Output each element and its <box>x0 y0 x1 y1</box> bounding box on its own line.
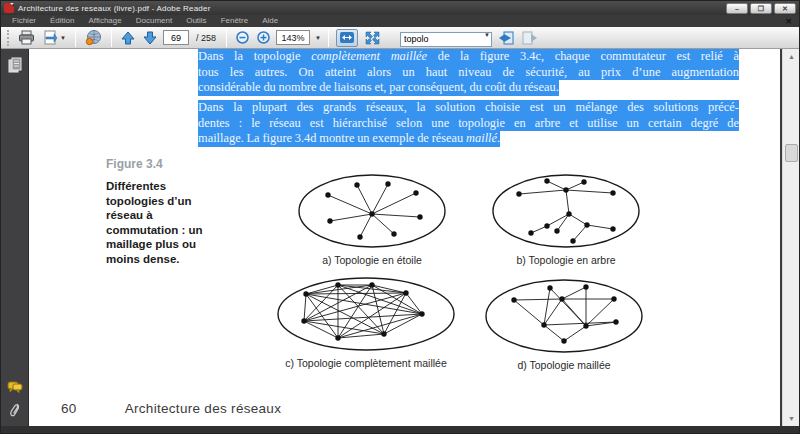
fit-width-icon <box>339 31 355 44</box>
restore-button[interactable]: ❐ <box>750 3 772 14</box>
find-previous-icon <box>498 31 514 45</box>
scrollbar-thumb[interactable] <box>785 144 798 162</box>
zoom-dropdown-caret-icon[interactable]: ▼ <box>315 35 321 41</box>
text-line: Dans la plupart des grands réseaux, la s… <box>198 100 739 116</box>
figure-caption: Figure 3.4 Différentes topologies d’un r… <box>106 157 206 266</box>
caption-line: commutation : un <box>106 223 206 238</box>
diagram-full-mesh-topology: c) Topologie complètement maillée <box>276 276 456 369</box>
find-next-button[interactable] <box>520 28 540 48</box>
printer-icon <box>18 30 35 45</box>
next-page-button[interactable] <box>141 28 159 48</box>
text-run: maillage. La figure 3.4d montre un exemp… <box>198 131 466 145</box>
menu-outils[interactable]: Outils <box>179 15 213 27</box>
text-run: . <box>497 131 500 145</box>
diagram-label: c) Topologie complètement maillée <box>285 357 446 369</box>
menu-document[interactable]: Document <box>129 15 179 27</box>
find-next-icon <box>522 31 538 45</box>
toolbar-separator <box>328 29 329 47</box>
footer-page-number: 60 <box>61 401 77 416</box>
text-line: tous les autres. On atteint alors un hau… <box>198 65 739 81</box>
zoom-in-button[interactable] <box>255 28 272 48</box>
menu-aide[interactable]: Aide <box>255 15 285 27</box>
pdf-file-icon <box>4 3 14 13</box>
vertical-scrollbar[interactable]: ▲ ▼ <box>782 49 799 426</box>
arrow-down-icon <box>143 31 157 45</box>
caption-line: maillage plus ou <box>106 237 206 252</box>
toolbar-separator <box>226 29 227 47</box>
window-title: Architecture des reseaux (livre).pdf - A… <box>18 4 211 13</box>
scroll-up-icon[interactable]: ▲ <box>784 49 799 64</box>
diagram-star-topology: a) Topologie en étoile <box>297 173 447 266</box>
menu-fichier[interactable]: Fichier <box>5 15 43 27</box>
diagram-label: d) Topologie maillée <box>517 359 610 371</box>
print-button[interactable] <box>16 28 37 48</box>
main-area: Dans la topologie complètement maillée d… <box>1 49 799 426</box>
diagram-label: b) Topologie en arbre <box>516 254 615 266</box>
fullscreen-icon <box>365 31 380 45</box>
close-button[interactable]: ✕ <box>774 3 796 14</box>
navigation-sidebar <box>1 49 29 426</box>
caption-line: moins dense. <box>106 252 206 267</box>
diagram-mesh-topology: d) Topologie maillée <box>484 278 644 371</box>
collaborate-globe-icon <box>85 30 102 46</box>
find-previous-button[interactable] <box>496 28 516 48</box>
toolbar: ▼ / 258 <box>1 27 799 49</box>
attachments-panel-icon[interactable] <box>9 402 21 418</box>
text-line: maillage. La figure 3.4d montre un exemp… <box>198 131 500 147</box>
collaborate-button[interactable] <box>83 28 104 48</box>
selected-paragraph-1[interactable]: Dans la topologie complètement maillée d… <box>198 49 739 100</box>
menu-edition[interactable]: Édition <box>43 15 81 27</box>
document-close-icon[interactable]: ✕ <box>785 17 795 26</box>
text-run: de la figure 3.4c, chaque commutateur es… <box>427 49 739 63</box>
figure-number: Figure 3.4 <box>106 157 206 171</box>
title-bar: Architecture des reseaux (livre).pdf - A… <box>1 1 799 15</box>
mesh-topology-graphic <box>484 278 644 354</box>
toolbar-grip <box>7 30 10 46</box>
selected-paragraph-2[interactable]: Dans la plupart des grands réseaux, la s… <box>198 100 739 151</box>
search-box: ▼ <box>400 28 492 47</box>
diagram-tree-topology: b) Topologie en arbre <box>491 173 641 266</box>
zoom-out-button[interactable] <box>234 28 251 48</box>
toolbar-separator <box>75 29 76 47</box>
document-page: Dans la topologie complètement maillée d… <box>29 49 782 426</box>
previous-page-button[interactable] <box>119 28 137 48</box>
search-dropdown-caret-icon[interactable]: ▼ <box>484 32 490 38</box>
share-document-icon <box>43 30 59 46</box>
star-topology-graphic <box>297 173 447 249</box>
zoom-out-icon <box>236 31 249 44</box>
scrolling-mode-button[interactable] <box>336 29 358 47</box>
text-run-italic: complètement maillée <box>311 49 427 63</box>
tree-topology-graphic <box>491 173 641 249</box>
adobe-reader-window: Architecture des reseaux (livre).pdf - A… <box>0 0 800 434</box>
caption-line: réseau à <box>106 208 206 223</box>
menu-affichage[interactable]: Affichage <box>81 15 128 27</box>
menu-bar: Fichier Édition Affichage Document Outil… <box>1 15 799 27</box>
zoom-in-icon <box>257 31 270 44</box>
toolbar-separator <box>111 29 112 47</box>
share-document-button[interactable]: ▼ <box>41 28 68 48</box>
zoom-level-box[interactable]: 143% <box>276 30 310 45</box>
comments-panel-icon[interactable] <box>7 381 23 394</box>
fullscreen-button[interactable] <box>362 29 384 47</box>
share-dropdown-caret-icon[interactable]: ▼ <box>60 35 66 41</box>
scroll-down-icon[interactable]: ▼ <box>784 411 799 426</box>
text-run: Dans la topologie <box>198 49 311 63</box>
text-line: dentes : le réseau est hiérarchisé selon… <box>198 116 739 132</box>
menu-fenetre[interactable]: Fenêtre <box>214 15 256 27</box>
text-line: Dans la topologie complètement maillée d… <box>198 49 739 65</box>
page-footer: 60 Architecture des réseaux <box>61 401 281 416</box>
search-input[interactable] <box>400 32 492 47</box>
caption-line: Différentes <box>106 179 206 194</box>
page-total-label: / 258 <box>196 33 216 43</box>
footer-book-title: Architecture des réseaux <box>125 401 282 416</box>
pages-panel-icon[interactable] <box>8 57 22 73</box>
window-bottom-border <box>1 426 799 433</box>
arrow-up-icon <box>121 31 135 45</box>
text-run-italic: maillé <box>466 131 497 145</box>
minimize-button[interactable]: – <box>726 3 748 14</box>
page-number-input[interactable] <box>163 30 189 45</box>
text-line: considérable du nombre de liaisons et, p… <box>198 80 559 96</box>
caption-line: topologies d’un <box>106 194 206 209</box>
full-mesh-topology-graphic <box>276 276 456 352</box>
diagram-label: a) Topologie en étoile <box>322 254 422 266</box>
